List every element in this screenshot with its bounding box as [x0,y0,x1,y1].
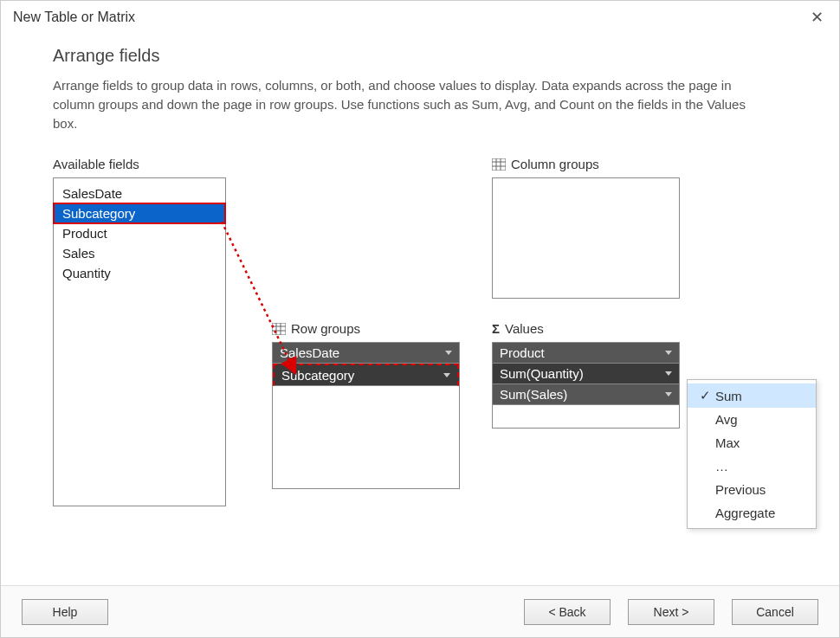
chevron-down-icon[interactable] [665,392,672,396]
button-bar: Help < Back Next > Cancel [1,585,839,637]
aggregate-menu-item[interactable]: Previous [688,478,816,501]
back-button[interactable]: < Back [524,599,611,625]
aggregate-menu-item-label: Avg [715,412,738,427]
svg-rect-5 [272,323,286,335]
column-groups-label-text: Column groups [511,157,599,171]
table-icon [272,323,286,335]
values-item-label: Sum(Quantity) [500,366,584,381]
chevron-down-icon[interactable] [665,351,672,355]
next-button[interactable]: Next > [628,599,714,625]
window-title: New Table or Matrix [13,10,135,25]
values-label-text: Values [505,321,544,336]
field-panels: Available fields SalesDate Subcategory P… [53,157,787,529]
aggregate-menu-item-label: Sum [715,389,742,403]
values-item-label: Product [500,345,545,360]
table-icon [492,158,506,171]
close-icon[interactable]: ✕ [806,8,827,27]
available-fields-label: Available fields [53,157,139,171]
titlebar: New Table or Matrix ✕ [1,1,839,30]
aggregate-menu-item[interactable]: … [688,454,816,478]
aggregate-menu-item-label: … [715,459,728,474]
page-description: Arrange fields to group data in rows, co… [53,76,763,132]
row-groups-label: Row groups [272,321,360,336]
row-group-item-label: SalesDate [280,345,339,360]
aggregate-menu-item-label: Aggregate [715,506,775,520]
list-item[interactable]: SalesDate [54,184,225,203]
values-item[interactable]: Sum(Quantity) [493,364,679,384]
cancel-button[interactable]: Cancel [732,599,818,625]
chevron-down-icon[interactable] [445,351,452,355]
row-group-item[interactable]: Subcategory [273,364,459,386]
available-fields-list[interactable]: SalesDate Subcategory Product Sales Quan… [53,177,226,506]
column-groups-list[interactable] [492,177,680,299]
page-heading: Arrange fields [53,46,787,66]
dialog-window: New Table or Matrix ✕ Arrange fields Arr… [0,0,840,638]
column-groups-label: Column groups [492,157,599,171]
chevron-down-icon[interactable] [665,371,672,376]
help-button[interactable]: Help [22,599,108,625]
list-item[interactable]: Quantity [54,263,225,283]
values-item[interactable]: Sum(Sales) [493,384,679,405]
values-label: Σ Values [492,321,544,336]
aggregate-menu-item[interactable]: ✓ Sum [688,383,816,408]
check-icon: ✓ [695,388,715,403]
aggregate-menu-item[interactable]: Aggregate [688,501,816,525]
row-groups-label-text: Row groups [291,321,360,336]
dialog-content: Arrange fields Arrange fields to group d… [1,30,839,529]
values-item[interactable]: Product [493,343,679,364]
aggregate-menu-item-label: Max [715,435,740,450]
aggregate-menu[interactable]: ✓ Sum Avg Max … Previous Aggregate [687,379,817,529]
row-groups-list[interactable]: SalesDate Subcategory [272,342,460,489]
svg-rect-0 [492,158,506,171]
list-item[interactable]: Sales [54,243,225,263]
sigma-icon: Σ [492,321,500,336]
row-group-item-label: Subcategory [281,368,354,383]
row-group-item[interactable]: SalesDate [273,343,459,364]
list-item[interactable]: Subcategory [54,203,225,223]
list-item[interactable]: Product [54,223,225,243]
values-list[interactable]: Product Sum(Quantity) Sum(Sales) [492,342,680,429]
aggregate-menu-item[interactable]: Avg [688,408,816,431]
aggregate-menu-item[interactable]: Max [688,431,816,454]
chevron-down-icon[interactable] [443,373,450,377]
aggregate-menu-item-label: Previous [715,482,766,497]
values-item-label: Sum(Sales) [500,387,567,402]
